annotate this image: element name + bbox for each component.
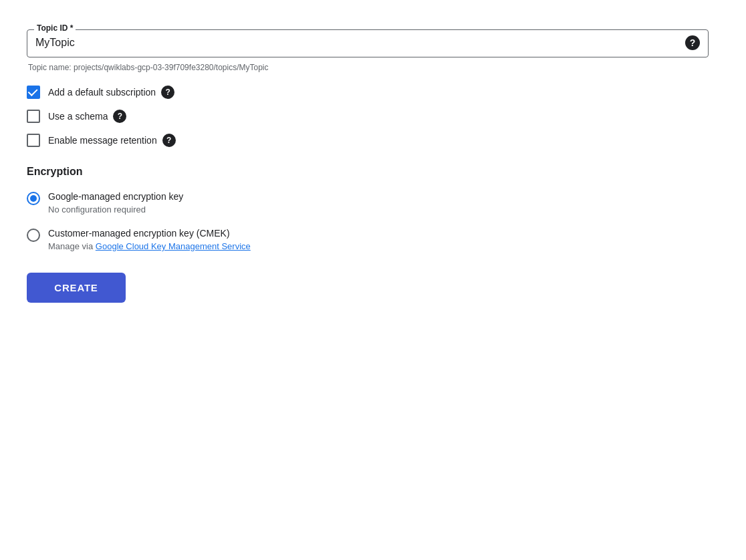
enable-message-retention-help-icon[interactable]: ? [162, 134, 176, 147]
google-managed-radio[interactable] [27, 192, 40, 205]
customer-managed-radio[interactable] [27, 229, 40, 242]
topic-id-input[interactable] [35, 37, 685, 49]
use-schema-row: Use a schema ? [27, 110, 709, 123]
google-managed-row: Google-managed encryption key No configu… [27, 191, 709, 215]
use-schema-checkbox[interactable] [27, 110, 40, 123]
customer-managed-sublabel: Manage via Google Cloud Key Management S… [48, 241, 251, 251]
encryption-section: Encryption Google-managed encryption key… [27, 166, 709, 251]
topic-id-section: Topic ID * ? Topic name: projects/qwikla… [27, 29, 709, 72]
google-managed-content: Google-managed encryption key No configu… [48, 191, 183, 215]
encryption-radio-group: Google-managed encryption key No configu… [27, 191, 709, 251]
kms-link[interactable]: Google Cloud Key Management Service [96, 241, 251, 251]
use-schema-help-icon[interactable]: ? [113, 110, 126, 123]
google-managed-label: Google-managed encryption key [48, 191, 183, 202]
add-default-subscription-row: Add a default subscription ? [27, 86, 709, 99]
add-default-subscription-help-icon[interactable]: ? [161, 86, 174, 99]
enable-message-retention-row: Enable message retention ? [27, 134, 709, 147]
customer-managed-label: Customer-managed encryption key (CMEK) [48, 228, 251, 239]
enable-message-retention-label: Enable message retention ? [48, 134, 176, 147]
topic-id-field-wrapper: Topic ID * ? [27, 29, 709, 57]
use-schema-label: Use a schema ? [48, 110, 126, 123]
enable-message-retention-checkbox[interactable] [27, 134, 40, 147]
topic-id-help-icon[interactable]: ? [685, 35, 700, 50]
customer-managed-row: Customer-managed encryption key (CMEK) M… [27, 228, 709, 251]
add-default-subscription-checkbox[interactable] [27, 86, 40, 99]
google-managed-sublabel: No configuration required [48, 204, 183, 215]
create-button[interactable]: CREATE [27, 273, 126, 303]
options-section: Add a default subscription ? Use a schem… [27, 86, 709, 147]
customer-managed-content: Customer-managed encryption key (CMEK) M… [48, 228, 251, 251]
topic-name-hint: Topic name: projects/qwiklabs-gcp-03-39f… [27, 63, 709, 72]
topic-id-input-row: ? [35, 35, 700, 50]
add-default-subscription-label: Add a default subscription ? [48, 86, 174, 99]
topic-id-label: Topic ID * [34, 23, 76, 33]
encryption-title: Encryption [27, 166, 709, 178]
